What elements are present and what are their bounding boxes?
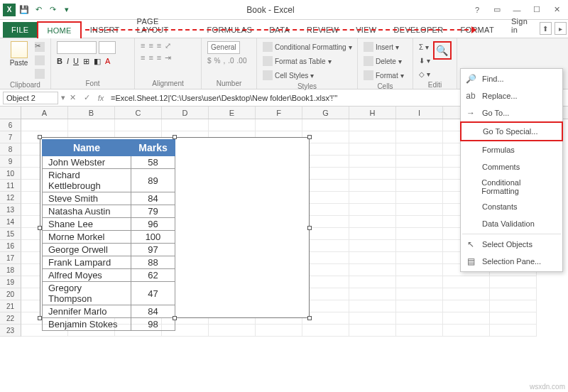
cell[interactable] bbox=[396, 252, 443, 264]
cell[interactable] bbox=[349, 168, 396, 180]
cell[interactable] bbox=[443, 300, 490, 312]
cell[interactable] bbox=[443, 325, 490, 337]
insert-cells-button[interactable]: Insert ▾ bbox=[364, 41, 399, 53]
cell[interactable] bbox=[349, 192, 396, 204]
cell[interactable] bbox=[349, 300, 396, 312]
cell[interactable] bbox=[349, 312, 396, 325]
cell[interactable] bbox=[443, 276, 490, 288]
row-header[interactable]: 8 bbox=[0, 143, 21, 156]
cell[interactable] bbox=[349, 288, 396, 300]
menu-goto[interactable]: →Go To... bbox=[461, 104, 562, 121]
menu-comments[interactable]: Comments bbox=[461, 158, 562, 175]
row-header[interactable]: 9 bbox=[0, 156, 21, 168]
collapse-ribbon-icon[interactable]: ▸ bbox=[555, 22, 567, 35]
help-icon[interactable]: ? bbox=[469, 3, 486, 17]
cell[interactable] bbox=[396, 228, 443, 240]
cell[interactable] bbox=[349, 204, 396, 216]
fx-icon[interactable]: fx bbox=[95, 92, 106, 104]
menu-replace[interactable]: abReplace... bbox=[461, 87, 562, 104]
cell[interactable] bbox=[443, 288, 490, 300]
enter-formula-icon[interactable]: ✓ bbox=[81, 92, 92, 104]
cell[interactable] bbox=[256, 325, 302, 337]
align-center-button[interactable]: ≡ bbox=[148, 53, 153, 62]
row-header[interactable]: 19 bbox=[0, 276, 21, 288]
resize-handle[interactable] bbox=[173, 135, 177, 139]
resize-handle[interactable] bbox=[38, 226, 42, 230]
tab-file[interactable]: FILE bbox=[3, 22, 37, 38]
cell[interactable] bbox=[490, 288, 537, 300]
resize-handle[interactable] bbox=[307, 316, 312, 320]
cell[interactable] bbox=[396, 156, 443, 168]
menu-select-objects[interactable]: ↖Select Objects bbox=[461, 236, 562, 253]
menu-formulas[interactable]: Formulas bbox=[461, 141, 562, 158]
row-header[interactable]: 22 bbox=[0, 312, 21, 325]
cell[interactable] bbox=[349, 180, 396, 192]
cell[interactable] bbox=[302, 119, 349, 131]
sign-in-link[interactable]: Sign in bbox=[503, 13, 538, 38]
cancel-formula-icon[interactable]: ✕ bbox=[67, 92, 78, 104]
name-box[interactable] bbox=[3, 92, 58, 104]
cell[interactable] bbox=[349, 216, 396, 228]
align-top-button[interactable]: ≡ bbox=[141, 41, 145, 50]
cell[interactable] bbox=[302, 325, 349, 337]
cell[interactable] bbox=[68, 119, 115, 131]
cell[interactable] bbox=[396, 119, 443, 131]
row-header[interactable]: 21 bbox=[0, 300, 21, 312]
indent-button[interactable]: ⇥ bbox=[165, 53, 171, 62]
comma-button[interactable]: , bbox=[223, 57, 225, 65]
column-header[interactable]: I bbox=[396, 107, 443, 119]
column-header[interactable]: F bbox=[256, 107, 302, 119]
cell[interactable] bbox=[349, 276, 396, 288]
fill-button[interactable]: ⬇ ▾ bbox=[419, 55, 430, 66]
cell[interactable] bbox=[162, 119, 209, 131]
format-cells-button[interactable]: Format ▾ bbox=[364, 70, 404, 81]
row-header[interactable]: 13 bbox=[0, 204, 21, 216]
autosum-button[interactable]: Σ ▾ bbox=[419, 41, 430, 53]
cell[interactable] bbox=[396, 180, 443, 192]
undo-icon[interactable]: ↶ bbox=[33, 4, 44, 16]
cell[interactable] bbox=[256, 119, 302, 131]
row-header[interactable]: 10 bbox=[0, 168, 21, 180]
border-button[interactable]: ⊞ bbox=[83, 57, 89, 66]
cell[interactable] bbox=[396, 300, 443, 312]
cell[interactable] bbox=[349, 264, 396, 276]
cell[interactable] bbox=[396, 276, 443, 288]
cell[interactable] bbox=[349, 252, 396, 264]
menu-conditional-formatting[interactable]: Conditional Formatting bbox=[461, 175, 562, 198]
cell[interactable] bbox=[396, 240, 443, 252]
column-header[interactable]: C bbox=[115, 107, 162, 119]
close-icon[interactable]: ✕ bbox=[548, 3, 565, 17]
row-header[interactable]: 18 bbox=[0, 264, 21, 276]
cell[interactable] bbox=[490, 312, 537, 325]
align-bottom-button[interactable]: ≡ bbox=[157, 41, 161, 50]
align-middle-button[interactable]: ≡ bbox=[148, 41, 153, 50]
resize-handle[interactable] bbox=[173, 316, 177, 320]
column-header[interactable]: G bbox=[302, 107, 349, 119]
column-header[interactable]: H bbox=[349, 107, 396, 119]
conditional-formatting-button[interactable]: Conditional Formatting ▾ bbox=[263, 41, 352, 53]
underline-button[interactable]: U bbox=[73, 57, 79, 66]
embedded-object[interactable]: Name Marks John Webster58Richard Kettleb… bbox=[40, 137, 310, 318]
find-select-button[interactable]: 🔍 bbox=[435, 43, 449, 58]
cut-button[interactable]: ✂ bbox=[35, 41, 45, 53]
resize-handle[interactable] bbox=[307, 226, 312, 230]
row-header[interactable]: 17 bbox=[0, 252, 21, 264]
resize-handle[interactable] bbox=[38, 316, 42, 320]
bold-button[interactable]: B bbox=[57, 57, 62, 66]
cell[interactable] bbox=[209, 325, 256, 337]
cell[interactable] bbox=[396, 216, 443, 228]
row-header[interactable]: 6 bbox=[0, 119, 21, 131]
tab-home[interactable]: HOME bbox=[37, 21, 81, 38]
save-icon[interactable]: 💾 bbox=[18, 4, 30, 16]
cell[interactable] bbox=[349, 143, 396, 156]
select-all-corner[interactable] bbox=[0, 107, 21, 119]
cell[interactable] bbox=[490, 300, 537, 312]
qat-dropdown-icon[interactable]: ▾ bbox=[61, 4, 72, 16]
row-header[interactable]: 12 bbox=[0, 192, 21, 204]
currency-button[interactable]: $ bbox=[207, 57, 212, 65]
column-header[interactable]: E bbox=[209, 107, 256, 119]
share-icon[interactable]: ⬆ bbox=[540, 22, 552, 35]
cell[interactable] bbox=[396, 204, 443, 216]
namebox-dropdown-icon[interactable]: ▾ bbox=[61, 93, 65, 102]
redo-icon[interactable]: ↷ bbox=[47, 4, 58, 16]
